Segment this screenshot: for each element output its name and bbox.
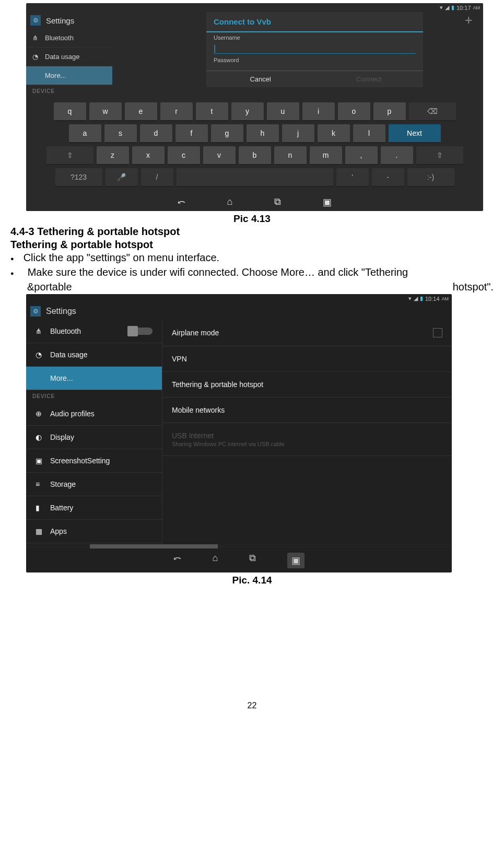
settings-left-pane: ⋔ Bluetooth ◔ Data usage More... DEVICE … <box>26 320 162 543</box>
nav-bar: ⤺ ⌂ ⧉ ▣ <box>26 548 452 572</box>
caption-4-14: Pic. 4.14 <box>10 575 494 586</box>
key-l[interactable]: l <box>353 124 385 143</box>
key-n[interactable]: n <box>274 146 307 165</box>
airplane-checkbox[interactable] <box>433 328 442 337</box>
bullet-text: Make sure the device is under wifi conne… <box>28 266 494 280</box>
item-screenshot[interactable]: ▣ ScreenshotSetting <box>26 449 162 473</box>
apps-icon: ▦ <box>36 527 43 535</box>
key-apos[interactable]: ' <box>336 168 369 187</box>
key-mic[interactable]: 🎤 <box>106 168 138 187</box>
nav-screenshot-icon[interactable]: ▣ <box>323 196 332 208</box>
key-c[interactable]: c <box>168 146 200 165</box>
status-bar: ▾ ◢ ▮ 10:14 AM <box>26 294 452 303</box>
dialog-title: Connect to Vvb <box>206 12 423 32</box>
key-h[interactable]: h <box>247 124 279 143</box>
key-.[interactable]: . <box>381 146 413 165</box>
item-label: Battery <box>50 504 73 512</box>
item-apps[interactable]: ▦ Apps <box>26 520 162 543</box>
nav-back-icon[interactable]: ⤺ <box>178 196 185 208</box>
key-k[interactable]: k <box>318 124 350 143</box>
signal-icon: ◢ <box>414 295 418 302</box>
item-datausage[interactable]: ◔ Data usage <box>26 343 162 367</box>
wifi-icon: ▾ <box>408 295 412 302</box>
nav-home-icon[interactable]: ⌂ <box>227 196 233 208</box>
key-v[interactable]: v <box>203 146 236 165</box>
nav-recent-icon[interactable]: ⧉ <box>274 196 281 208</box>
key-t[interactable]: t <box>196 102 228 121</box>
key-sym[interactable]: ?123 <box>55 168 102 187</box>
key-w[interactable]: w <box>89 102 122 121</box>
nav-recent-icon[interactable]: ⧉ <box>249 553 256 568</box>
key-s[interactable]: s <box>104 124 137 143</box>
nav-bar: ⤺ ⌂ ⧉ ▣ <box>26 193 483 211</box>
cancel-button[interactable]: Cancel <box>206 71 314 87</box>
key-o[interactable]: o <box>338 102 370 121</box>
sidebar-item-bluetooth[interactable]: ⋔ Bluetooth <box>26 29 112 48</box>
item-label: VPN <box>172 355 187 363</box>
status-ampm: AM <box>473 5 480 10</box>
item-mobile-networks[interactable]: Mobile networks <box>162 398 452 423</box>
add-icon[interactable]: + <box>454 12 483 87</box>
bluetooth-icon: ⋔ <box>36 327 43 335</box>
storage-icon: ≡ <box>36 480 43 488</box>
item-display[interactable]: ◐ Display <box>26 426 162 449</box>
key-y[interactable]: y <box>231 102 264 121</box>
page-number: 22 <box>10 701 494 710</box>
key-a[interactable]: a <box>69 124 101 143</box>
bullet-2: ● Make sure the device is under wifi con… <box>10 266 494 280</box>
bluetooth-toggle[interactable] <box>128 328 153 335</box>
key-j[interactable]: j <box>282 124 314 143</box>
signal-icon: ◢ <box>445 4 449 11</box>
key-next[interactable]: Next <box>389 124 441 143</box>
nav-home-icon[interactable]: ⌂ <box>213 553 218 568</box>
key-,[interactable]: , <box>345 146 378 165</box>
item-airplane[interactable]: Airplane mode <box>162 320 452 346</box>
key-u[interactable]: u <box>267 102 299 121</box>
sidebar-item-more[interactable]: More... <box>26 66 112 85</box>
key-backspace[interactable]: ⌫ <box>409 102 456 121</box>
item-label: USB Internet <box>172 431 214 440</box>
key-x[interactable]: x <box>132 146 165 165</box>
key-dash[interactable]: - <box>372 168 404 187</box>
connect-button[interactable]: Connect <box>314 71 423 87</box>
key-r[interactable]: r <box>160 102 193 121</box>
item-vpn[interactable]: VPN <box>162 346 452 372</box>
key-p[interactable]: p <box>373 102 406 121</box>
key-slash[interactable]: / <box>141 168 173 187</box>
status-time: 10:17 <box>456 5 471 11</box>
data-icon: ◔ <box>36 350 43 359</box>
key-shift-left[interactable]: ⇧ <box>46 146 93 165</box>
keyboard: qwertyuiop⌫ asdfghjklNext ⇧zxcvbnm,.⇧ ?1… <box>26 97 483 193</box>
item-audio[interactable]: ⊕ Audio profiles <box>26 402 162 426</box>
item-battery[interactable]: ▮ Battery <box>26 496 162 520</box>
item-usb-internet: USB Internet Sharing Windows PC internet… <box>162 423 452 456</box>
camera-icon: ▣ <box>36 457 43 465</box>
item-more[interactable]: More... <box>26 367 162 390</box>
key-space[interactable] <box>177 168 333 187</box>
item-storage[interactable]: ≡ Storage <box>26 473 162 496</box>
key-m[interactable]: m <box>310 146 342 165</box>
nav-back-icon[interactable]: ⤺ <box>173 553 181 568</box>
key-d[interactable]: d <box>140 124 172 143</box>
item-bluetooth[interactable]: ⋔ Bluetooth <box>26 320 162 343</box>
sidebar-label: More... <box>45 72 66 79</box>
item-tethering[interactable]: Tethering & portable hotspot <box>162 372 452 398</box>
display-icon: ◐ <box>36 433 43 441</box>
key-z[interactable]: z <box>97 146 129 165</box>
key-smile[interactable]: :-) <box>407 168 454 187</box>
screenshot-settings-more: ▾ ◢ ▮ 10:14 AM ⚙ Settings ⋔ Bluetooth ◔ … <box>26 294 452 572</box>
key-q[interactable]: q <box>54 102 86 121</box>
nav-screenshot-icon[interactable]: ▣ <box>287 553 304 568</box>
sidebar-label: Bluetooth <box>45 34 74 42</box>
key-b[interactable]: b <box>239 146 271 165</box>
username-input[interactable]: | <box>214 44 416 54</box>
item-label: Audio profiles <box>50 410 95 418</box>
sidebar-item-datausage[interactable]: ◔ Data usage <box>26 48 112 66</box>
key-f[interactable]: f <box>175 124 208 143</box>
scrollbar[interactable] <box>26 544 452 548</box>
key-e[interactable]: e <box>125 102 157 121</box>
key-g[interactable]: g <box>211 124 243 143</box>
key-i[interactable]: i <box>302 102 335 121</box>
battery-icon: ▮ <box>451 4 454 11</box>
key-shift-right[interactable]: ⇧ <box>416 146 463 165</box>
